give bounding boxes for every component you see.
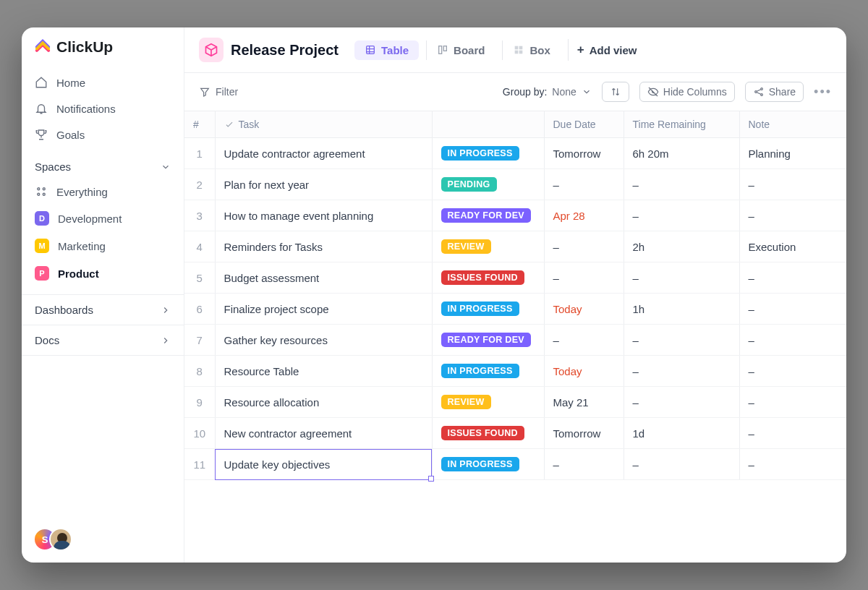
sidebar-item-space[interactable]: PProduct bbox=[27, 260, 178, 287]
table-row[interactable]: 6Finalize project scopeIN PROGRESSToday1… bbox=[184, 294, 846, 325]
nav-home[interactable]: Home bbox=[27, 69, 178, 95]
time-remaining-cell[interactable]: 6h 20m bbox=[624, 138, 739, 169]
due-date-cell[interactable]: May 21 bbox=[544, 387, 624, 418]
status-cell[interactable]: ISSUES FOUND bbox=[432, 262, 544, 294]
space-list: Everything DDevelopmentMMarketingPProduc… bbox=[22, 179, 184, 287]
spaces-header[interactable]: Spaces bbox=[22, 148, 184, 179]
note-cell[interactable]: – bbox=[739, 294, 846, 325]
due-date-cell[interactable]: Tomorrow bbox=[544, 418, 624, 449]
time-remaining-cell[interactable]: 2h bbox=[624, 231, 739, 262]
time-remaining-cell[interactable]: – bbox=[624, 387, 739, 418]
note-cell[interactable]: – bbox=[739, 387, 846, 418]
due-date-cell[interactable]: Tomorrow bbox=[544, 138, 624, 169]
time-remaining-cell[interactable]: – bbox=[624, 262, 739, 294]
column-header-due[interactable]: Due Date bbox=[544, 111, 624, 138]
sidebar-item-space[interactable]: DDevelopment bbox=[27, 205, 178, 232]
status-cell[interactable]: IN PROGRESS bbox=[432, 356, 544, 387]
board-icon bbox=[437, 44, 448, 56]
note-cell[interactable]: – bbox=[739, 262, 846, 294]
sidebar-item-everything[interactable]: Everything bbox=[27, 179, 178, 205]
table-row[interactable]: 2Plan for next yearPENDING––– bbox=[184, 169, 846, 200]
status-cell[interactable]: READY FOR DEV bbox=[432, 325, 544, 356]
table-row[interactable]: 5Budget assessmentISSUES FOUND––– bbox=[184, 262, 846, 294]
nav-goals[interactable]: Goals bbox=[27, 121, 178, 148]
avatar[interactable] bbox=[49, 528, 72, 551]
task-name-cell[interactable]: Resource Table bbox=[215, 356, 432, 387]
time-remaining-cell[interactable]: – bbox=[624, 449, 739, 480]
filter-button[interactable]: Filter bbox=[199, 86, 238, 98]
time-remaining-cell[interactable]: 1h bbox=[624, 294, 739, 325]
column-header-number[interactable]: # bbox=[184, 111, 215, 138]
table-row[interactable]: 8Resource TableIN PROGRESSToday–– bbox=[184, 356, 846, 387]
view-tab-table[interactable]: Table bbox=[354, 40, 419, 60]
sidebar-item-dashboards[interactable]: Dashboards bbox=[22, 294, 184, 325]
brand[interactable]: ClickUp bbox=[22, 38, 184, 69]
column-header-note[interactable]: Note bbox=[739, 111, 846, 138]
status-cell[interactable]: IN PROGRESS bbox=[432, 138, 544, 169]
status-cell[interactable]: IN PROGRESS bbox=[432, 449, 544, 480]
note-cell[interactable]: – bbox=[739, 418, 846, 449]
sidebar-item-docs[interactable]: Docs bbox=[22, 325, 184, 356]
note-cell[interactable]: – bbox=[739, 449, 846, 480]
table-row[interactable]: 10New contractor agreementISSUES FOUNDTo… bbox=[184, 418, 846, 449]
due-date-cell[interactable]: Today bbox=[544, 294, 624, 325]
status-cell[interactable]: REVIEW bbox=[432, 387, 544, 418]
sidebar-item-space[interactable]: MMarketing bbox=[27, 232, 178, 260]
nav-notifications[interactable]: Notifications bbox=[27, 95, 178, 121]
due-date-cell[interactable]: – bbox=[544, 169, 624, 200]
share-button[interactable]: Share bbox=[745, 82, 804, 102]
table-wrap[interactable]: # Task Due Date Time Remaining Note bbox=[184, 111, 846, 563]
table-row[interactable]: 7Gather key resourcesREADY FOR DEV––– bbox=[184, 325, 846, 356]
time-remaining-cell[interactable]: – bbox=[624, 356, 739, 387]
table-row[interactable]: 9Resource allocationREVIEWMay 21–– bbox=[184, 387, 846, 418]
hide-columns-button[interactable]: Hide Columns bbox=[639, 82, 735, 102]
due-date-cell[interactable]: Apr 28 bbox=[544, 200, 624, 231]
task-name-cell[interactable]: Update contractor agreement bbox=[215, 138, 432, 169]
status-cell[interactable]: ISSUES FOUND bbox=[432, 418, 544, 449]
add-view-button[interactable]: + Add view bbox=[568, 39, 646, 61]
column-header-task[interactable]: Task bbox=[215, 111, 432, 138]
due-date-cell[interactable]: – bbox=[544, 449, 624, 480]
column-header-status[interactable] bbox=[432, 111, 544, 138]
task-name-cell[interactable]: New contractor agreement bbox=[215, 418, 432, 449]
table-row[interactable]: 4Reminders for TasksREVIEW–2hExecution bbox=[184, 231, 846, 262]
table-row[interactable]: 11Update key objectivesIN PROGRESS––– bbox=[184, 449, 846, 480]
avatar-stack[interactable]: S bbox=[22, 528, 184, 563]
time-remaining-cell[interactable]: – bbox=[624, 169, 739, 200]
status-cell[interactable]: PENDING bbox=[432, 169, 544, 200]
note-cell[interactable]: – bbox=[739, 356, 846, 387]
column-header-time[interactable]: Time Remaining bbox=[624, 111, 739, 138]
time-remaining-cell[interactable]: – bbox=[624, 325, 739, 356]
note-cell[interactable]: – bbox=[739, 169, 846, 200]
note-cell[interactable]: Planning bbox=[739, 138, 846, 169]
time-remaining-cell[interactable]: 1d bbox=[624, 418, 739, 449]
view-tab-board[interactable]: Board bbox=[426, 40, 495, 60]
task-name-cell[interactable]: Reminders for Tasks bbox=[215, 231, 432, 262]
table-row[interactable]: 3How to manage event planningREADY FOR D… bbox=[184, 200, 846, 231]
group-by-select[interactable]: Group by: None bbox=[503, 86, 592, 98]
due-date-cell[interactable]: – bbox=[544, 325, 624, 356]
note-cell[interactable]: – bbox=[739, 325, 846, 356]
svg-point-3 bbox=[43, 193, 45, 195]
table-row[interactable]: 1Update contractor agreementIN PROGRESST… bbox=[184, 138, 846, 169]
note-cell[interactable]: – bbox=[739, 200, 846, 231]
status-cell[interactable]: REVIEW bbox=[432, 231, 544, 262]
sort-button[interactable] bbox=[602, 82, 629, 102]
task-name-cell[interactable]: Budget assessment bbox=[215, 262, 432, 294]
due-date-cell[interactable]: – bbox=[544, 262, 624, 294]
more-button[interactable]: ••• bbox=[814, 85, 832, 100]
task-name-cell[interactable]: Finalize project scope bbox=[215, 294, 432, 325]
status-cell[interactable]: IN PROGRESS bbox=[432, 294, 544, 325]
due-date-cell[interactable]: Today bbox=[544, 356, 624, 387]
due-date-cell[interactable]: – bbox=[544, 231, 624, 262]
task-name-cell[interactable]: How to manage event planning bbox=[215, 200, 432, 231]
brand-name: ClickUp bbox=[56, 38, 113, 56]
task-name-cell[interactable]: Gather key resources bbox=[215, 325, 432, 356]
task-name-cell[interactable]: Update key objectives bbox=[215, 449, 432, 480]
task-name-cell[interactable]: Resource allocation bbox=[215, 387, 432, 418]
status-cell[interactable]: READY FOR DEV bbox=[432, 200, 544, 231]
task-name-cell[interactable]: Plan for next year bbox=[215, 169, 432, 200]
note-cell[interactable]: Execution bbox=[739, 231, 846, 262]
view-tab-box[interactable]: Box bbox=[502, 40, 560, 60]
time-remaining-cell[interactable]: – bbox=[624, 200, 739, 231]
